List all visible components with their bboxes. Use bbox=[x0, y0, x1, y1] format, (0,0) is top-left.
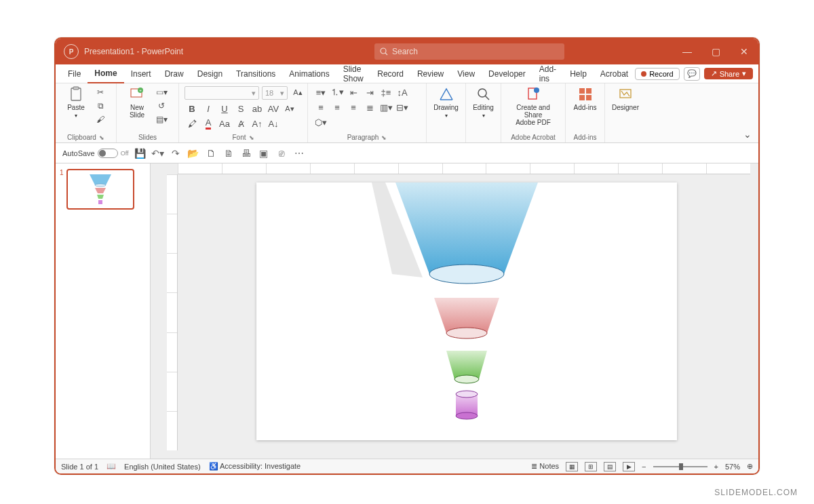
paragraph-launcher[interactable]: ⬊ bbox=[381, 134, 387, 141]
tab-design[interactable]: Design bbox=[191, 64, 229, 83]
language-status[interactable]: English (United States) bbox=[124, 463, 201, 471]
group-addins: Add-ins Add-ins bbox=[566, 83, 605, 142]
spacing-button[interactable]: AV bbox=[266, 102, 281, 115]
zoom-slider[interactable] bbox=[653, 466, 708, 467]
new-slide-button[interactable]: + New Slide bbox=[122, 86, 152, 119]
decrease-font-button[interactable]: A▾ bbox=[282, 102, 297, 115]
paste-button[interactable]: Paste▾ bbox=[61, 86, 91, 119]
editing-button[interactable]: Editing▾ bbox=[471, 86, 495, 119]
section-button[interactable]: ▤▾ bbox=[155, 113, 168, 125]
present2-button[interactable]: ⎚ bbox=[275, 147, 288, 159]
font-family-select[interactable]: ▾ bbox=[185, 86, 259, 100]
maximize-button[interactable]: ▢ bbox=[701, 39, 730, 64]
notes-button[interactable]: ≣ Notes bbox=[531, 462, 559, 471]
svg-text:+: + bbox=[139, 88, 142, 92]
text-direction-button[interactable]: ↕A bbox=[395, 86, 410, 98]
bold-button[interactable]: B bbox=[185, 102, 199, 115]
tool1-button[interactable]: 🗎 bbox=[222, 147, 235, 159]
collapse-ribbon-button[interactable]: ⌄ bbox=[737, 126, 758, 142]
underline-button[interactable]: U bbox=[217, 102, 232, 115]
new-button[interactable]: 🗋 bbox=[205, 147, 217, 159]
clipboard-launcher[interactable]: ⬊ bbox=[99, 134, 104, 141]
tab-slideshow[interactable]: Slide Show bbox=[336, 64, 371, 83]
designer-button[interactable]: Designer bbox=[610, 86, 640, 111]
strike-button[interactable]: S bbox=[233, 102, 248, 115]
tab-record[interactable]: Record bbox=[370, 64, 410, 83]
zoom-in-button[interactable]: + bbox=[714, 463, 718, 471]
justify-button[interactable]: ≣ bbox=[362, 101, 377, 113]
align-left-button[interactable]: ≡ bbox=[313, 101, 328, 113]
share-button[interactable]: ↗Share▾ bbox=[704, 68, 753, 79]
more-qat-button[interactable]: ⋯ bbox=[293, 147, 305, 159]
normal-view-button[interactable]: ▦ bbox=[566, 462, 578, 471]
thumbnail-slide-1[interactable] bbox=[66, 169, 134, 210]
zoom-level[interactable]: 57% bbox=[725, 463, 740, 471]
highlight-button[interactable]: 🖍 bbox=[185, 117, 199, 130]
tab-help[interactable]: Help bbox=[563, 64, 594, 83]
align-text-button[interactable]: ⊟▾ bbox=[395, 101, 410, 113]
change-case-button[interactable]: Aa bbox=[217, 117, 232, 130]
cut-button[interactable]: ✂ bbox=[94, 86, 107, 98]
line-spacing-button[interactable]: ‡≡ bbox=[379, 86, 393, 98]
zoom-out-button[interactable]: − bbox=[642, 463, 646, 471]
indent-inc-button[interactable]: ⇥ bbox=[362, 86, 377, 98]
redo-button[interactable]: ↷ bbox=[170, 147, 182, 159]
increase-font-button[interactable]: A▴ bbox=[290, 86, 305, 98]
drawing-button[interactable]: Drawing▾ bbox=[432, 86, 460, 119]
tab-developer[interactable]: Developer bbox=[482, 64, 532, 83]
comments-button[interactable]: 💬 bbox=[684, 67, 700, 81]
group-clipboard: Paste▾ ✂ ⧉ 🖌 Clipboard⬊ bbox=[56, 83, 117, 142]
tab-transitions[interactable]: Transitions bbox=[229, 64, 282, 83]
font-color-button[interactable]: A bbox=[201, 117, 216, 130]
undo-button[interactable]: ↶▾ bbox=[152, 147, 164, 159]
slideshow-view-button[interactable]: ▶ bbox=[623, 462, 635, 471]
ribbon: Paste▾ ✂ ⧉ 🖌 Clipboard⬊ + New Slide ▭▾ ↺ bbox=[56, 83, 758, 143]
save-button[interactable]: 💾 bbox=[134, 147, 147, 159]
align-right-button[interactable]: ≡ bbox=[346, 101, 361, 113]
vertical-ruler[interactable] bbox=[167, 174, 178, 450]
columns-button[interactable]: ▥▾ bbox=[379, 101, 393, 113]
tab-draw[interactable]: Draw bbox=[158, 64, 191, 83]
smartart-button[interactable]: ⬡▾ bbox=[313, 116, 328, 128]
fit-to-window-button[interactable]: ⊕ bbox=[747, 462, 753, 471]
accessibility-status[interactable]: ♿ Accessibility: Investigate bbox=[209, 462, 301, 471]
align-center-button[interactable]: ≡ bbox=[330, 101, 345, 113]
slide-canvas[interactable] bbox=[256, 182, 677, 440]
search-input[interactable]: Search bbox=[374, 43, 564, 60]
funnel-diagram bbox=[256, 182, 677, 440]
record-button[interactable]: Record bbox=[635, 68, 679, 80]
reading-view-button[interactable]: ▤ bbox=[604, 462, 616, 471]
copy-button[interactable]: ⧉ bbox=[94, 100, 107, 112]
present-button[interactable]: ▣ bbox=[258, 147, 270, 159]
horizontal-ruler[interactable] bbox=[178, 163, 750, 174]
print-button[interactable]: 🖶 bbox=[240, 147, 252, 159]
bullets-button[interactable]: ≡▾ bbox=[313, 86, 328, 98]
font-shrink-button[interactable]: A↓ bbox=[266, 117, 281, 130]
shadow-button[interactable]: ab bbox=[250, 102, 265, 115]
font-launcher[interactable]: ⬊ bbox=[249, 134, 254, 141]
clear-format-button[interactable]: A̷ bbox=[233, 117, 248, 130]
font-grow-button[interactable]: A↑ bbox=[250, 117, 265, 130]
tab-addins[interactable]: Add-ins bbox=[532, 64, 563, 83]
tab-home[interactable]: Home bbox=[88, 64, 123, 83]
indent-dec-button[interactable]: ⇤ bbox=[346, 86, 361, 98]
autosave-toggle[interactable]: AutoSave Off bbox=[62, 149, 129, 158]
tab-review[interactable]: Review bbox=[410, 64, 450, 83]
tab-acrobat[interactable]: Acrobat bbox=[594, 64, 635, 83]
open-button[interactable]: 📂 bbox=[187, 147, 199, 159]
create-pdf-button[interactable]: Create and Share Adobe PDF bbox=[507, 86, 560, 126]
tab-view[interactable]: View bbox=[450, 64, 482, 83]
numbering-button[interactable]: ⒈▾ bbox=[330, 86, 345, 98]
close-button[interactable]: ✕ bbox=[730, 39, 758, 64]
italic-button[interactable]: I bbox=[201, 102, 216, 115]
font-size-select[interactable]: 18▾ bbox=[262, 86, 288, 100]
layout-button[interactable]: ▭▾ bbox=[155, 86, 168, 98]
tab-file[interactable]: File bbox=[61, 64, 88, 83]
format-painter-button[interactable]: 🖌 bbox=[94, 113, 107, 125]
minimize-button[interactable]: — bbox=[673, 39, 701, 64]
sorter-view-button[interactable]: ⊞ bbox=[585, 462, 597, 471]
tab-animations[interactable]: Animations bbox=[282, 64, 336, 83]
reset-button[interactable]: ↺ bbox=[155, 100, 168, 112]
tab-insert[interactable]: Insert bbox=[124, 64, 158, 83]
addins-button[interactable]: Add-ins bbox=[571, 86, 599, 111]
